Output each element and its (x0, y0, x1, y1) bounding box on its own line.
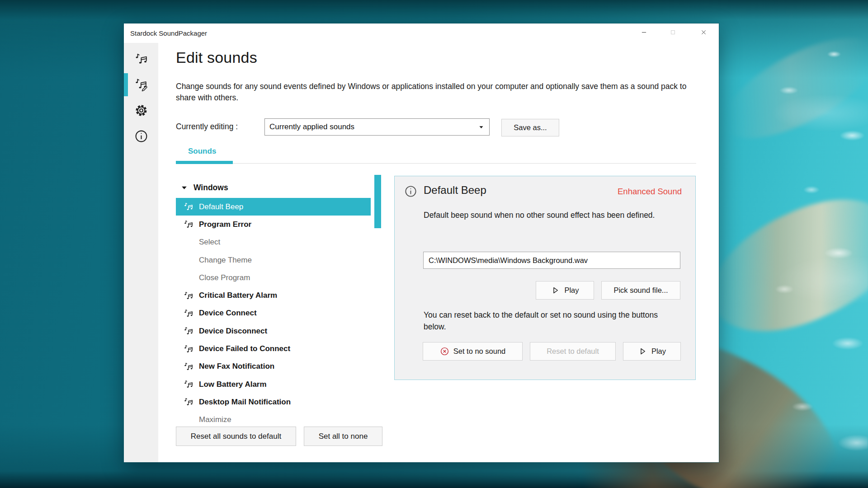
sound-event-row[interactable]: Maximize (176, 411, 371, 429)
sound-event-label: Desktop Mail Notification (199, 398, 291, 407)
tab-sounds[interactable]: Sounds (188, 147, 216, 156)
info-icon (134, 129, 148, 143)
page-description: Change sounds for any sound events defin… (176, 81, 693, 103)
chevron-down-icon (478, 124, 485, 131)
sound-event-label: Low Battery Alarm (199, 380, 267, 389)
music-notes-icon (183, 291, 194, 300)
minimize-button[interactable] (633, 23, 654, 43)
tab-active-underline (176, 161, 233, 164)
sidebar-item-info[interactable] (124, 123, 158, 149)
detail-description: Default beep sound when no other sound e… (424, 211, 655, 220)
music-notes-edit-icon (134, 78, 148, 92)
maximize-icon (669, 28, 677, 38)
enhanced-sound-badge: Enhanced Sound (618, 187, 682, 197)
sidebar-item-music-notes[interactable] (124, 46, 158, 72)
sound-event-row[interactable]: Default Beep (176, 198, 371, 216)
detail-title: Default Beep (424, 184, 486, 197)
sound-event-row[interactable]: Desktop Mail Notification (176, 393, 371, 411)
save-as-button[interactable]: Save as... (501, 119, 559, 136)
no-sound-button-label: Set to no sound (453, 347, 506, 356)
sidebar-item-music-notes-edit[interactable] (124, 72, 158, 98)
music-notes-icon (183, 326, 194, 336)
set-all-to-none-button[interactable]: Set all to none (304, 427, 382, 446)
sound-event-row[interactable]: Select (176, 234, 371, 251)
music-notes-icon (183, 238, 194, 247)
music-notes-icon (134, 52, 148, 66)
tree-group-windows[interactable]: Windows (176, 180, 371, 195)
reset-all-sounds-button[interactable]: Reset all sounds to default (176, 427, 296, 446)
sound-event-label: Critical Battery Alarm (199, 291, 277, 300)
music-notes-icon (183, 380, 194, 389)
minimize-icon (640, 28, 648, 38)
sound-event-label: Program Error (199, 220, 251, 229)
sound-event-row[interactable]: Device Failed to Connect (176, 340, 371, 357)
tab-divider (176, 163, 696, 164)
titlebar[interactable]: Stardock SoundPackager (124, 23, 719, 43)
sound-event-row[interactable]: New Fax Notification (176, 358, 371, 375)
music-notes-icon (183, 344, 194, 354)
tree-expander-icon[interactable] (180, 184, 188, 192)
music-notes-icon (183, 362, 194, 371)
reset-hint-text: You can reset back to the default or set… (424, 309, 677, 333)
music-notes-icon (183, 273, 194, 282)
main-content: Edit sounds Change sounds for any sound … (158, 43, 719, 462)
sound-event-label: Select (199, 238, 220, 247)
sound-event-row[interactable]: Device Connect (176, 305, 371, 322)
sound-detail-panel: Default Beep Enhanced Sound Default beep… (394, 176, 696, 380)
music-notes-icon (183, 309, 194, 318)
sound-event-row[interactable]: Critical Battery Alarm (176, 286, 371, 304)
list-scrollbar-thumb[interactable] (374, 175, 381, 228)
gear-icon (134, 103, 148, 117)
sound-event-label: Maximize (199, 415, 231, 424)
tree-group-label: Windows (193, 183, 228, 192)
editing-target-dropdown[interactable]: Currently applied sounds (264, 118, 490, 136)
set-to-no-sound-button[interactable]: Set to no sound (423, 342, 523, 361)
currently-editing-label: Currently editing : (176, 122, 238, 131)
app-window: Stardock SoundPackager Edit sounds Chang… (124, 23, 719, 462)
play-button-label: Play (564, 286, 579, 295)
window-title: Stardock SoundPackager (130, 23, 207, 43)
pick-sound-file-button[interactable]: Pick sound file... (601, 281, 680, 300)
sound-event-row[interactable]: Change Theme (176, 251, 371, 269)
sound-event-row[interactable]: Low Battery Alarm (176, 375, 371, 393)
sound-event-label: New Fax Notification (199, 362, 274, 371)
close-button[interactable] (693, 23, 714, 43)
music-notes-icon (183, 415, 194, 425)
info-icon (404, 185, 417, 198)
play-icon (551, 286, 560, 295)
sound-event-label: Device Failed to Connect (199, 344, 290, 353)
music-notes-icon (183, 220, 194, 229)
play-button-2-label: Play (651, 347, 666, 356)
sound-file-path-input[interactable] (423, 252, 680, 269)
editing-target-value: Currently applied sounds (269, 122, 354, 131)
sound-event-row[interactable]: Program Error (176, 216, 371, 233)
close-icon (700, 28, 708, 38)
sound-event-row[interactable]: Device Disconnect (176, 322, 371, 340)
music-notes-icon (183, 397, 194, 407)
sidebar-item-gear[interactable] (124, 98, 158, 123)
sound-event-label: Close Program (199, 273, 250, 282)
reset-to-default-button[interactable]: Reset to default (530, 342, 616, 361)
play-sound-button[interactable]: Play (536, 281, 594, 300)
page-title: Edit sounds (176, 49, 257, 66)
circle-x-icon (440, 347, 449, 356)
music-notes-icon (183, 202, 194, 211)
maximize-button[interactable] (662, 23, 683, 43)
sound-event-label: Device Disconnect (199, 327, 267, 336)
sound-event-label: Default Beep (199, 202, 243, 211)
sound-event-label: Device Connect (199, 309, 257, 318)
music-notes-icon (183, 255, 194, 265)
sound-event-list: Default Beep Program Error Select Change… (176, 198, 371, 429)
sidebar-nav (124, 43, 158, 462)
play-icon (638, 347, 647, 356)
play-sound-button-2[interactable]: Play (623, 342, 681, 361)
sound-event-row[interactable]: Close Program (176, 269, 371, 286)
sound-event-label: Change Theme (199, 256, 252, 265)
